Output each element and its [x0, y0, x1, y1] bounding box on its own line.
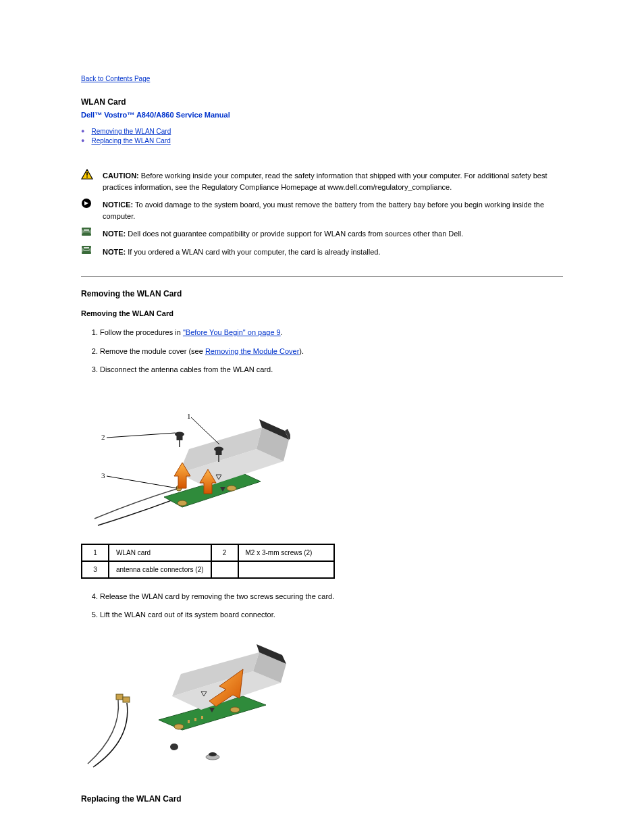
svg-rect-39: [116, 694, 123, 700]
step2-pre: Remove the module cover (see: [100, 347, 205, 355]
note2-text: If you ordered a WLAN card with your com…: [126, 248, 380, 256]
legend-num: 2: [211, 544, 238, 561]
svg-point-32: [227, 486, 236, 491]
legend-num: [211, 561, 238, 578]
back-to-contents-link[interactable]: Back to Contents Page: [81, 75, 150, 82]
toc-link-remove[interactable]: Removing the WLAN Card: [91, 128, 171, 135]
svg-rect-26: [177, 434, 183, 440]
note-icon: [81, 245, 97, 255]
manual-subtitle: Dell™ Vostro™ A840/A860 Service Manual: [81, 111, 563, 119]
replacing-heading: Replacing the WLAN Card: [81, 794, 563, 804]
svg-point-51: [209, 752, 217, 756]
caution-label: CAUTION:: [103, 172, 139, 180]
legend-label: [238, 561, 334, 578]
parts-legend-table: 1 WLAN card 2 M2 x 3-mm screws (2) 3 ant…: [81, 544, 335, 579]
svg-line-35: [107, 433, 176, 438]
svg-rect-29: [216, 449, 222, 455]
svg-line-37: [107, 476, 178, 488]
legend-label: M2 x 3-mm screws (2): [238, 544, 334, 561]
note-icon: [81, 227, 97, 236]
notice-text: To avoid damage to the system board, you…: [103, 201, 544, 220]
svg-rect-55: [194, 718, 196, 721]
svg-line-33: [191, 417, 219, 444]
legend-label: WLAN card: [109, 544, 211, 561]
caution-text: Before working inside your computer, rea…: [103, 172, 547, 191]
svg-point-52: [174, 724, 184, 729]
page-title: WLAN Card: [81, 97, 563, 107]
caution-icon: [81, 169, 97, 180]
table-of-contents: Removing the WLAN Card Replacing the WLA…: [81, 127, 563, 145]
step1-pre: Follow the procedures in: [100, 328, 183, 336]
svg-point-53: [230, 707, 240, 712]
svg-rect-2: [86, 176, 88, 178]
note1-text: Dell does not guarantee compatibility or…: [126, 230, 463, 238]
svg-text:3: 3: [101, 471, 105, 479]
step2-post: ).: [299, 347, 304, 355]
step1-post: .: [281, 328, 283, 336]
removing-module-cover-link[interactable]: Removing the Module Cover: [205, 347, 299, 355]
legend-label: antenna cable connectors (2): [109, 561, 211, 578]
removing-heading: Removing the WLAN Card: [81, 289, 563, 298]
figure-wlan-lift: [81, 632, 563, 775]
legend-num: 3: [82, 561, 109, 578]
note2-callout: NOTE: If you ordered a WLAN card with yo…: [81, 246, 563, 258]
step5-text: Lift the WLAN card out of its system boa…: [100, 609, 563, 621]
step4-text: Release the WLAN card by removing the tw…: [100, 591, 563, 603]
legend-num: 1: [82, 544, 109, 561]
note1-callout: NOTE: Dell does not guarantee compatibil…: [81, 228, 563, 240]
svg-rect-27: [179, 440, 180, 447]
note2-label: NOTE:: [103, 248, 126, 256]
caution-callout: CAUTION: Before working inside your comp…: [81, 170, 563, 192]
removing-steps: Follow the procedures in "Before You Beg…: [81, 327, 563, 376]
svg-point-49: [170, 744, 178, 750]
svg-point-31: [178, 500, 187, 506]
svg-text:2: 2: [101, 433, 105, 441]
svg-rect-54: [188, 720, 190, 723]
notice-label: NOTICE:: [103, 201, 133, 209]
before-you-begin-link[interactable]: "Before You Begin" on page 9: [183, 328, 281, 336]
svg-rect-56: [201, 716, 203, 719]
svg-rect-30: [218, 455, 219, 462]
figure-wlan-callouts: 1 2 3: [81, 387, 563, 537]
step3-text: Disconnect the antenna cables from the W…: [100, 365, 273, 373]
removing-step-heading: Removing the WLAN Card: [81, 309, 563, 317]
svg-rect-40: [123, 697, 130, 702]
note1-label: NOTE:: [103, 230, 126, 238]
toc-link-replace[interactable]: Replacing the WLAN Card: [91, 137, 170, 145]
notice-callout: NOTICE: To avoid damage to the system bo…: [81, 199, 563, 221]
section-divider: [81, 276, 563, 277]
notice-icon: [81, 198, 97, 209]
removing-steps-contd: Release the WLAN card by removing the tw…: [81, 591, 563, 621]
svg-rect-1: [86, 172, 88, 176]
svg-text:1: 1: [187, 412, 191, 420]
